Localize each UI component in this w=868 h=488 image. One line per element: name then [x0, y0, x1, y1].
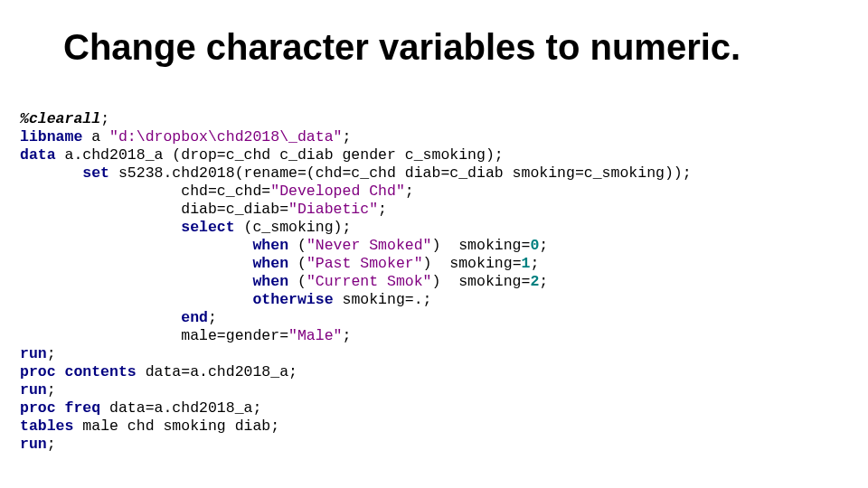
when-post: ) smoking= — [432, 273, 531, 290]
kw-when: when — [252, 237, 288, 254]
when-end: ; — [530, 255, 539, 272]
when-num: 0 — [530, 237, 539, 254]
when-num: 1 — [522, 255, 531, 272]
proc-contents-rest: data=a.chd2018_a; — [137, 363, 297, 380]
proc-freq-rest: data=a.chd2018_a; — [100, 399, 261, 417]
kw-data: data — [20, 146, 56, 164]
kw-set: set — [82, 164, 109, 182]
kw-end: end — [181, 309, 208, 326]
indent — [20, 327, 181, 344]
when-pre: ( — [288, 255, 307, 272]
diab-pre: diab=c_diab= — [181, 201, 288, 218]
male-str: "Male" — [288, 327, 342, 344]
tables-rest: male chd smoking diab; — [73, 418, 279, 435]
semi: ; — [100, 110, 109, 127]
kw-run: run — [20, 381, 47, 399]
when-pre: ( — [288, 273, 307, 290]
kw-otherwise: otherwise — [252, 291, 333, 308]
kw-run: run — [20, 436, 47, 453]
when-str: "Never Smoked" — [307, 237, 432, 254]
code-block: %clearall; libname a "d:\dropbox\chd2018… — [20, 110, 850, 454]
semi: ; — [208, 309, 217, 326]
chd-pre: chd=c_chd= — [181, 183, 270, 200]
diab-str: "Diabetic" — [288, 201, 378, 218]
indent — [20, 183, 181, 200]
indent — [20, 273, 252, 290]
kw-tables: tables — [20, 418, 73, 435]
select-rest: (c_smoking); — [235, 219, 352, 236]
kw-run: run — [20, 345, 47, 362]
diab-post: ; — [378, 201, 387, 218]
libname-rest: a — [82, 128, 109, 145]
male-pre: male=gender= — [181, 327, 288, 344]
when-end: ; — [539, 237, 548, 254]
indent — [20, 237, 252, 254]
semi: ; — [342, 128, 351, 145]
otherwise-rest: smoking=.; — [334, 291, 432, 308]
kw-proc-contents: proc contents — [20, 363, 137, 380]
kw-proc-freq: proc freq — [20, 399, 100, 417]
chd-post: ; — [405, 183, 414, 200]
indent — [20, 219, 181, 236]
semi: ; — [47, 345, 56, 362]
indent — [20, 291, 252, 308]
when-post: ) smoking= — [423, 255, 522, 272]
when-str: "Past Smoker" — [307, 255, 423, 272]
indent — [20, 255, 252, 272]
set-rest: s5238.chd2018(rename=(chd=c_chd diab=c_d… — [109, 164, 692, 182]
male-post: ; — [342, 327, 351, 344]
kw-when: when — [252, 273, 288, 290]
macro-call: %clearall — [20, 110, 100, 127]
chd-str: "Developed Chd" — [270, 183, 405, 200]
when-str: "Current Smok" — [307, 273, 432, 290]
when-post: ) smoking= — [432, 237, 531, 254]
libname-path: "d:\dropbox\chd2018\_data" — [109, 128, 342, 145]
slide-title: Change character variables to numeric. — [63, 27, 832, 68]
semi: ; — [47, 381, 56, 399]
data-rest: a.chd2018_a (drop=c_chd c_diab gender c_… — [56, 146, 504, 164]
indent — [20, 201, 181, 218]
kw-when: when — [252, 255, 288, 272]
kw-select: select — [181, 219, 234, 236]
when-pre: ( — [288, 237, 307, 254]
when-end: ; — [539, 273, 548, 290]
indent — [20, 309, 181, 326]
when-num: 2 — [530, 273, 539, 290]
semi: ; — [47, 436, 56, 453]
kw-libname: libname — [20, 128, 82, 145]
indent — [20, 164, 82, 182]
